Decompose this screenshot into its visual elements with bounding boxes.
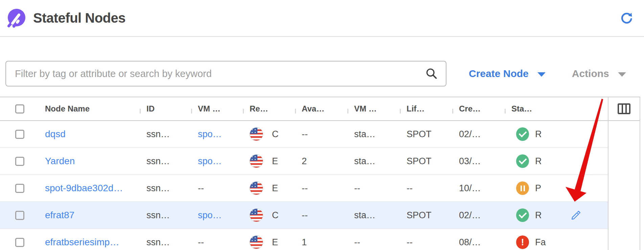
table-row[interactable]: dqsd ssn… spo… C -- sta… SPOT 02/… R xyxy=(0,121,608,148)
create-node-button[interactable]: Create Node xyxy=(469,68,546,79)
status-icon xyxy=(516,127,529,141)
node-name-link[interactable]: spot-9dbae302d… xyxy=(45,183,123,193)
row-checkbox[interactable] xyxy=(15,184,24,193)
column-header-lifecycle[interactable]: Lif… xyxy=(400,104,452,114)
node-name-cell: efratbseriesimp… xyxy=(40,237,140,248)
edit-node-button[interactable] xyxy=(571,210,581,221)
table-row[interactable]: efratbseriesimp… ssn… -- E 1 -- -- 08/… … xyxy=(0,229,608,250)
column-settings-button[interactable] xyxy=(617,103,631,115)
status-cell: Fa xyxy=(505,235,557,249)
column-header-id[interactable]: ID xyxy=(140,104,191,114)
row-checkbox[interactable] xyxy=(15,238,24,247)
node-id-cell: ssn… xyxy=(140,183,191,194)
status-icon xyxy=(516,181,529,195)
chevron-down-icon xyxy=(537,72,546,77)
table-row[interactable]: efrat87 ssn… spo… C -- sta… SPOT 02/… R xyxy=(0,202,608,229)
row-checkbox[interactable] xyxy=(15,157,24,166)
column-header-vm-1[interactable]: VM … xyxy=(191,104,243,114)
status-text: Fa xyxy=(535,237,546,248)
filter-box xyxy=(5,61,446,86)
column-header-availability[interactable]: Ava… xyxy=(295,104,347,114)
column-header-node-name[interactable]: Node Name xyxy=(40,104,140,114)
node-name-cell: efrat87 xyxy=(40,210,140,221)
vm-name-link[interactable]: spo… xyxy=(198,129,222,139)
node-name-cell: spot-9dbae302d… xyxy=(40,183,140,194)
row-select-cell xyxy=(0,238,40,247)
node-id-cell: ssn… xyxy=(140,237,191,248)
status-text: P xyxy=(535,183,541,194)
vm-name-link[interactable]: -- xyxy=(198,183,204,193)
status-text: R xyxy=(535,210,542,221)
availability-cell: 1 xyxy=(295,237,347,248)
column-header-created[interactable]: Cre… xyxy=(452,104,505,114)
region-letter: E xyxy=(272,183,278,194)
vm-size-cell: -- xyxy=(347,237,400,248)
region-cell: E xyxy=(243,181,295,195)
row-select-cell xyxy=(0,184,40,193)
column-header-vm-2[interactable]: VM … xyxy=(347,104,400,114)
table-right-rail xyxy=(608,97,640,250)
node-name-cell: Yarden xyxy=(40,156,140,167)
actions-button[interactable]: Actions xyxy=(572,68,626,79)
created-cell: 02/… xyxy=(452,210,505,221)
row-checkbox[interactable] xyxy=(15,130,24,139)
node-name-link[interactable]: efratbseriesimp… xyxy=(45,237,119,247)
node-id-cell: ssn… xyxy=(140,210,191,221)
table-row[interactable]: Yarden ssn… spo… E 2 sta… SPOT 03/… R xyxy=(0,148,608,175)
us-flag-icon xyxy=(250,127,263,141)
pencil-icon xyxy=(571,210,581,221)
lifecycle-cell: -- xyxy=(400,183,452,194)
node-id-cell: ssn… xyxy=(140,156,191,167)
region-letter: E xyxy=(272,237,278,248)
column-header-region[interactable]: Re… xyxy=(243,104,295,114)
refresh-icon xyxy=(619,11,634,26)
status-text: R xyxy=(535,156,542,167)
row-actions-cell xyxy=(557,210,608,221)
region-cell: E xyxy=(243,235,295,249)
app-logo-icon xyxy=(6,8,26,28)
vm-size-cell: sta… xyxy=(347,156,400,167)
status-cell: R xyxy=(505,154,557,168)
status-cell: R xyxy=(505,208,557,222)
vm-size-cell: -- xyxy=(347,183,400,194)
status-cell: P xyxy=(505,181,557,195)
status-cell: R xyxy=(505,127,557,141)
lifecycle-cell: -- xyxy=(400,237,452,248)
table-row[interactable]: spot-9dbae302d… ssn… -- E -- -- -- 10/… … xyxy=(0,175,608,202)
select-all-checkbox[interactable] xyxy=(15,104,24,114)
column-header-status[interactable]: Sta… xyxy=(505,104,557,114)
lifecycle-cell: SPOT xyxy=(400,210,452,221)
refresh-button[interactable] xyxy=(619,10,635,26)
node-name-link[interactable]: dqsd xyxy=(45,129,66,139)
node-name-link[interactable]: efrat87 xyxy=(45,210,74,220)
availability-cell: -- xyxy=(295,183,347,194)
created-cell: 10/… xyxy=(452,183,505,194)
nodes-table: Node Name ID VM … Re… Ava… VM … Lif… Cre… xyxy=(0,97,640,250)
region-letter: C xyxy=(272,129,279,140)
vm-name-cell: spo… xyxy=(191,156,243,167)
node-name-link[interactable]: Yarden xyxy=(45,156,75,166)
node-name-cell: dqsd xyxy=(40,129,140,140)
us-flag-icon xyxy=(250,235,263,249)
vm-size-cell: sta… xyxy=(347,210,400,221)
availability-cell: 2 xyxy=(295,156,347,167)
search-icon[interactable] xyxy=(425,67,438,80)
row-select-cell xyxy=(0,130,40,139)
vm-name-link[interactable]: -- xyxy=(198,237,204,247)
vm-name-cell: -- xyxy=(191,237,243,248)
row-checkbox[interactable] xyxy=(15,211,24,220)
vm-name-link[interactable]: spo… xyxy=(198,210,222,220)
status-icon xyxy=(516,235,529,249)
vm-size-cell: sta… xyxy=(347,129,400,140)
filter-input[interactable] xyxy=(5,61,446,86)
rail-body xyxy=(608,121,640,250)
create-node-label: Create Node xyxy=(469,68,529,79)
us-flag-icon xyxy=(250,208,263,222)
region-letter: E xyxy=(272,156,278,167)
vm-name-link[interactable]: spo… xyxy=(198,156,222,166)
row-select-cell xyxy=(0,211,40,220)
vm-name-cell: spo… xyxy=(191,210,243,221)
created-cell: 03/… xyxy=(452,156,505,167)
status-icon xyxy=(516,154,529,168)
page-header: Stateful Nodes xyxy=(0,0,644,37)
